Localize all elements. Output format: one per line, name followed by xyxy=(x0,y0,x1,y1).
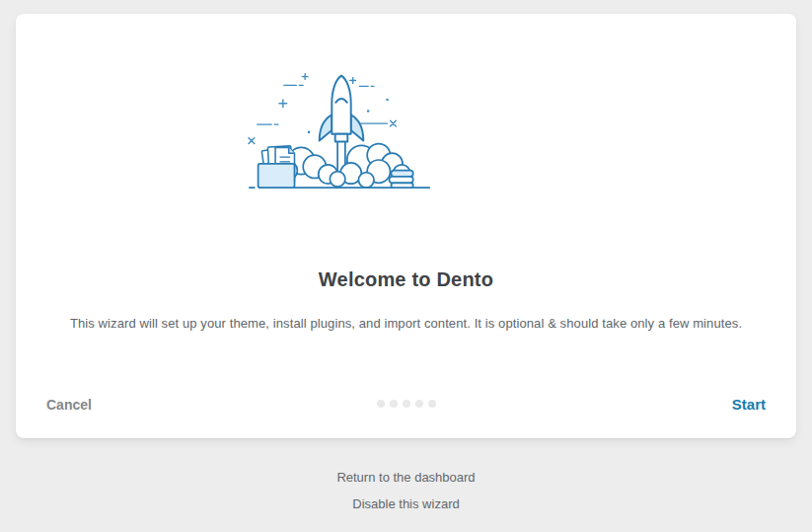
progress-dot xyxy=(415,400,423,408)
setup-wizard-card: Welcome to Dento This wizard will set up… xyxy=(16,14,796,438)
start-button[interactable]: Start xyxy=(732,396,766,413)
progress-dots xyxy=(377,400,436,408)
wizard-description: This wizard will set up your theme, inst… xyxy=(70,316,742,331)
rocket-launch-svg xyxy=(244,65,439,191)
return-to-dashboard-link[interactable]: Return to the dashboard xyxy=(0,471,812,485)
progress-dot xyxy=(428,400,436,408)
cancel-button[interactable]: Cancel xyxy=(46,397,92,413)
progress-dot xyxy=(377,400,385,408)
progress-dot xyxy=(390,400,398,408)
disable-wizard-link[interactable]: Disable this wizard xyxy=(0,497,812,511)
wizard-footer: Cancel Start xyxy=(16,396,796,438)
rocket-launch-illustration xyxy=(244,65,439,191)
progress-dot xyxy=(403,400,410,408)
page-title: Welcome to Dento xyxy=(319,268,493,291)
below-card-links: Return to the dashboard Disable this wiz… xyxy=(0,471,812,511)
